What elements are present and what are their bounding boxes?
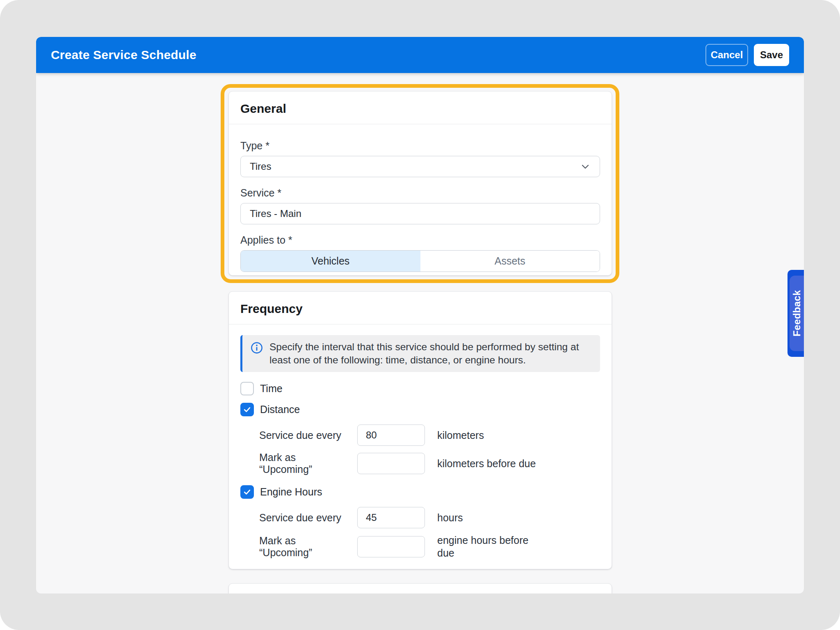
segment-vehicles[interactable]: Vehicles bbox=[241, 251, 420, 272]
engine-hours-checkbox[interactable] bbox=[240, 485, 254, 499]
general-card-body: Type * Tires Service * Applies to * Vehi… bbox=[229, 124, 612, 272]
engine-hours-due-row: Service due every hours bbox=[259, 507, 600, 528]
distance-upcoming-input[interactable] bbox=[357, 453, 425, 474]
frequency-info-banner: Specify the interval that this service s… bbox=[240, 335, 600, 372]
applies-to-label: Applies to * bbox=[240, 234, 600, 246]
engine-hours-due-unit: hours bbox=[437, 511, 542, 524]
general-card-header: General bbox=[229, 91, 612, 124]
distance-upcoming-row: Mark as “Upcoming” kilometers before due bbox=[259, 452, 600, 475]
next-card-partial bbox=[228, 583, 612, 593]
distance-checkbox[interactable] bbox=[240, 403, 254, 416]
page-background: Create Service Schedule Cancel Save Gene… bbox=[0, 0, 840, 630]
feedback-tab[interactable]: Feedback bbox=[788, 270, 804, 357]
time-row: Time bbox=[240, 382, 600, 395]
general-card-title: General bbox=[240, 101, 600, 116]
feedback-tab-inner: Feedback bbox=[790, 276, 804, 351]
engine-hours-due-label: Service due every bbox=[259, 512, 345, 524]
feedback-tab-label: Feedback bbox=[791, 290, 803, 336]
engine-hours-due-input[interactable] bbox=[357, 507, 425, 528]
engine-hours-upcoming-input[interactable] bbox=[357, 536, 425, 557]
distance-due-input[interactable] bbox=[357, 425, 425, 446]
engine-hours-upcoming-label: Mark as “Upcoming” bbox=[259, 535, 345, 559]
distance-due-unit: kilometers bbox=[437, 429, 542, 442]
distance-upcoming-label: Mark as “Upcoming” bbox=[259, 452, 345, 475]
segment-assets-label: Assets bbox=[495, 255, 525, 267]
distance-checkbox-label: Distance bbox=[260, 404, 300, 415]
distance-row: Distance bbox=[240, 403, 600, 416]
frequency-card: Frequency Specify the interval that this… bbox=[228, 291, 612, 569]
service-label: Service * bbox=[240, 187, 600, 199]
frequency-card-title: Frequency bbox=[240, 301, 600, 316]
frequency-card-body: Specify the interval that this service s… bbox=[229, 324, 612, 572]
page-title: Create Service Schedule bbox=[51, 48, 196, 62]
save-button[interactable]: Save bbox=[754, 44, 789, 66]
type-select-value: Tires bbox=[250, 161, 271, 172]
check-icon bbox=[243, 405, 251, 414]
time-checkbox-label: Time bbox=[260, 383, 283, 395]
distance-upcoming-unit: kilometers before due bbox=[437, 457, 542, 470]
frequency-card-header: Frequency bbox=[229, 292, 612, 324]
service-input[interactable] bbox=[240, 203, 600, 224]
engine-hours-upcoming-unit: engine hours before due bbox=[437, 534, 542, 559]
top-bar: Create Service Schedule Cancel Save bbox=[36, 37, 804, 73]
top-bar-actions: Cancel Save bbox=[705, 44, 789, 66]
chevron-down-icon bbox=[580, 161, 591, 172]
time-checkbox[interactable] bbox=[240, 382, 254, 395]
distance-due-label: Service due every bbox=[259, 429, 345, 441]
distance-due-row: Service due every kilometers bbox=[259, 425, 600, 446]
create-service-schedule-window: Create Service Schedule Cancel Save Gene… bbox=[36, 37, 804, 593]
info-icon bbox=[251, 342, 263, 354]
applies-to-segmented-control: Vehicles Assets bbox=[240, 250, 600, 272]
general-card: General Type * Tires Service * Applies t… bbox=[228, 91, 612, 276]
segment-vehicles-label: Vehicles bbox=[311, 255, 349, 267]
engine-hours-checkbox-label: Engine Hours bbox=[260, 486, 322, 498]
check-icon bbox=[243, 488, 251, 496]
engine-hours-upcoming-row: Mark as “Upcoming” engine hours before d… bbox=[259, 534, 600, 559]
engine-hours-row: Engine Hours bbox=[240, 485, 600, 499]
frequency-info-text: Specify the interval that this service s… bbox=[269, 340, 590, 367]
cancel-button[interactable]: Cancel bbox=[705, 44, 748, 66]
segment-assets[interactable]: Assets bbox=[420, 251, 600, 272]
type-select[interactable]: Tires bbox=[240, 156, 600, 177]
type-label: Type * bbox=[240, 140, 600, 151]
